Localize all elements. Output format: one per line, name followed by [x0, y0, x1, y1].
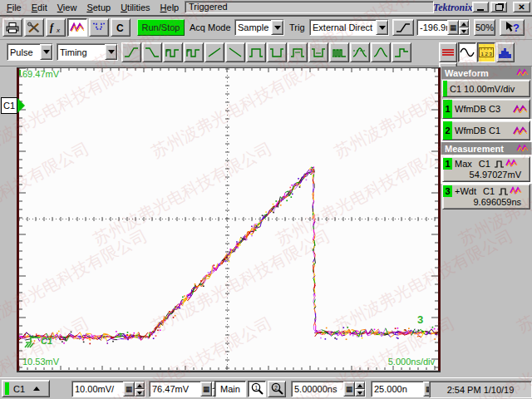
vertical-fields: 10.00mV/▦76.47mV▦: [71, 381, 223, 397]
waveform-panel-header: Waveform: [441, 66, 531, 79]
measurement-source: C1: [472, 159, 490, 169]
positive-slope-button[interactable]: [204, 42, 224, 62]
channel-select-button[interactable]: C1: [2, 380, 50, 397]
settling-time-icon: [394, 47, 409, 58]
vertical-offset-field[interactable]: 76.47mV▦: [149, 381, 223, 397]
vertical-scale-field[interactable]: 10.00mV/▦: [71, 381, 145, 397]
waveform-row-2[interactable]: 1WfmDB C3: [442, 99, 530, 119]
waveform-row-label: WfmDB C3: [452, 104, 513, 114]
waveform-icon: [513, 126, 528, 136]
measurement-readout-button[interactable]: 1 2 3: [477, 42, 495, 62]
measurement-row-3[interactable]: 3+WdtC19.696059ns: [442, 184, 530, 209]
positive-width-button[interactable]: [288, 42, 308, 62]
waveform-icon: [516, 68, 530, 77]
positive-width-icon: [290, 47, 305, 58]
keypad-icon[interactable]: ▦: [200, 382, 212, 397]
close-button[interactable]: ✕: [513, 2, 530, 12]
toolbar-icon-group: fxC: [2, 18, 132, 37]
acq-mode-dropdown-button[interactable]: [271, 20, 283, 35]
rise-time-icon: [124, 47, 139, 58]
low-level-button[interactable]: [267, 42, 287, 62]
period-button[interactable]: P: [163, 42, 183, 62]
minimize-button[interactable]: [472, 2, 489, 12]
display-bottom-value: 10.53mV: [22, 357, 59, 367]
menu-items: FileEditViewSetupUtilitiesHelp: [2, 1, 184, 14]
burst-width-button[interactable]: [329, 42, 349, 62]
svg-text:C: C: [116, 22, 124, 33]
subcategory-dropdown-button[interactable]: [105, 44, 117, 60]
restore-button[interactable]: [490, 2, 507, 12]
trig-slope-button[interactable]: [392, 19, 414, 36]
svg-text:f: f: [50, 22, 54, 33]
set-50-percent-button[interactable]: 50%: [474, 19, 495, 36]
help-cursor-icon: ?: [504, 21, 520, 34]
svg-text:F: F: [187, 48, 190, 53]
channel-select-label: C1: [13, 384, 25, 394]
trig-source-select[interactable]: External Direct: [309, 19, 389, 36]
fall-time-button[interactable]: [142, 42, 162, 62]
ground-reference-icon: [24, 334, 42, 349]
measurement-name: Max: [452, 159, 472, 169]
histogram-button[interactable]: [496, 42, 515, 62]
chevron-down-icon: [108, 50, 115, 54]
waveform-display-button[interactable]: [67, 18, 87, 37]
menu-item-edit[interactable]: Edit: [27, 1, 52, 14]
keypad-icon[interactable]: ▦: [447, 20, 459, 35]
measurement-panel-header: Measurement: [441, 142, 531, 155]
trig-level-field[interactable]: -196.9mV ▦: [416, 19, 470, 36]
subcategory-select[interactable]: Timing: [57, 43, 118, 61]
settling-time-button[interactable]: [392, 42, 411, 62]
run-stop-button[interactable]: Run/Stop: [137, 19, 185, 36]
mask-icon: [91, 22, 106, 33]
keypad-icon[interactable]: ▦: [343, 382, 355, 397]
clear-button[interactable]: C: [111, 18, 131, 37]
frequency-button[interactable]: F: [184, 42, 204, 62]
tektronix-logo: Tektronix: [433, 2, 473, 14]
horizontal-scale-spinner[interactable]: [355, 382, 365, 397]
positive-overshoot-button[interactable]: [350, 42, 370, 62]
trig-level-spinner[interactable]: [459, 20, 469, 35]
waveform-view-button[interactable]: [458, 42, 476, 62]
tools-button[interactable]: [24, 18, 44, 37]
minimize-icon: [477, 9, 484, 11]
formula-icon: fx: [48, 22, 63, 33]
high-level-icon: [249, 47, 264, 58]
waveform-plot[interactable]: 69.47mV 10.53mV 5.000ns/div 3 C1: [19, 68, 438, 370]
waveform-row-3[interactable]: 2WfmDB C1: [442, 121, 530, 140]
gaussian-shape-button[interactable]: [371, 42, 391, 62]
trig-source-dropdown-button[interactable]: [376, 20, 388, 35]
horizontal-scale-field[interactable]: 5.00000ns▦: [291, 381, 366, 397]
measurement-row-1[interactable]: 1MaxC154.97027mV: [442, 156, 530, 182]
keypad-icon[interactable]: ▦: [123, 382, 135, 397]
svg-text:1: 1: [254, 385, 258, 391]
category-dropdown-button[interactable]: [40, 44, 52, 60]
negative-slope-button[interactable]: [225, 42, 245, 62]
zoom-2-button[interactable]: 2: [268, 381, 286, 397]
trigger-status-text: Triggered: [189, 2, 228, 12]
vertical-scale-spinner[interactable]: [135, 382, 145, 397]
rise-time-button[interactable]: [121, 42, 141, 62]
measurement-row-line1: 1MaxC1: [443, 157, 530, 170]
menu-item-file[interactable]: File: [2, 1, 27, 14]
zoom-1-button[interactable]: 1: [248, 381, 266, 397]
menu-item-view[interactable]: View: [52, 1, 82, 14]
formula-button[interactable]: fx: [46, 18, 66, 37]
waveform-view-icon: [460, 47, 475, 58]
negative-width-button[interactable]: [308, 42, 328, 62]
mask-button[interactable]: [89, 18, 109, 37]
waveform-row-1[interactable]: C1 10.00mV/div: [442, 80, 530, 97]
printer-button[interactable]: [2, 18, 22, 37]
magnifier-2-icon: 2: [270, 382, 284, 396]
context-help-button[interactable]: ?: [500, 19, 525, 36]
waveform-icon: [510, 186, 522, 195]
acq-mode-select[interactable]: Sample: [234, 19, 284, 36]
channel-marker[interactable]: C1: [1, 97, 24, 114]
high-level-button[interactable]: [246, 42, 266, 62]
cursors-button[interactable]: [439, 42, 457, 62]
category-select[interactable]: Pulse: [7, 43, 53, 61]
menu-item-setup[interactable]: Setup: [81, 1, 116, 14]
main-view-button[interactable]: Main: [214, 381, 246, 397]
menu-item-utilities[interactable]: Utilities: [116, 1, 155, 14]
menu-item-help[interactable]: Help: [155, 1, 185, 14]
cursors-icon: [441, 47, 456, 58]
